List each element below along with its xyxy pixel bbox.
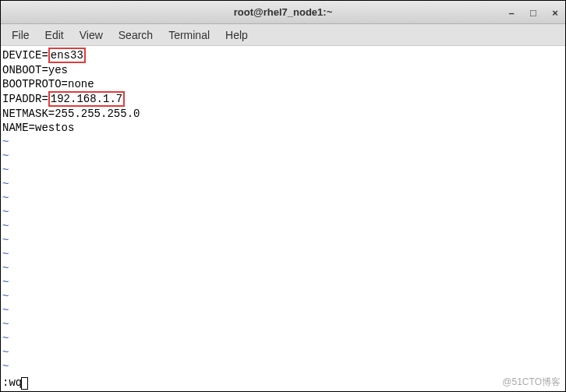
vim-tilde: ~ <box>2 275 565 289</box>
menubar: File Edit View Search Terminal Help <box>1 24 565 46</box>
titlebar: root@rhel7_node1:~ – □ × <box>1 1 565 24</box>
highlight-ipaddr-value: 192.168.1.7 <box>48 91 125 107</box>
config-line-device: DEVICE=ens33 <box>2 48 565 63</box>
maximize-button[interactable]: □ <box>528 7 539 18</box>
vim-tilde: ~ <box>2 289 565 303</box>
text: IPADDR= <box>2 93 48 105</box>
config-line-onboot: ONBOOT=yes <box>2 63 565 77</box>
vim-tilde: ~ <box>2 219 565 233</box>
vim-tilde: ~ <box>2 177 565 191</box>
menu-file[interactable]: File <box>5 26 36 44</box>
menu-help[interactable]: Help <box>219 26 254 44</box>
vim-command-line[interactable]: :wq <box>2 376 28 390</box>
menu-edit[interactable]: Edit <box>39 26 70 44</box>
window-title: root@rhel7_node1:~ <box>234 6 332 18</box>
highlight-device-value: ens33 <box>48 48 86 63</box>
terminal-body[interactable]: DEVICE=ens33 ONBOOT=yes BOOTPROTO=none I… <box>1 46 565 391</box>
text: DEVICE= <box>2 49 48 62</box>
vim-tilde: ~ <box>2 359 565 373</box>
vim-tilde: ~ <box>2 191 565 205</box>
config-line-netmask: NETMASK=255.255.255.0 <box>2 107 565 121</box>
vim-command-text: :wq <box>2 376 22 389</box>
vim-tilde: ~ <box>2 135 565 149</box>
vim-tilde: ~ <box>2 317 565 331</box>
vim-tilde: ~ <box>2 149 565 163</box>
config-line-name: NAME=westos <box>2 121 565 135</box>
config-line-bootproto: BOOTPROTO=none <box>2 77 565 91</box>
cursor-icon <box>21 377 28 390</box>
menu-search[interactable]: Search <box>112 26 159 44</box>
close-button[interactable]: × <box>550 7 561 18</box>
watermark-text: @51CTO博客 <box>502 375 561 389</box>
vim-tilde: ~ <box>2 345 565 359</box>
vim-tilde: ~ <box>2 303 565 317</box>
menu-view[interactable]: View <box>73 26 109 44</box>
vim-tilde: ~ <box>2 233 565 247</box>
window-controls: – □ × <box>506 1 561 24</box>
vim-tilde: ~ <box>2 261 565 275</box>
vim-tilde: ~ <box>2 205 565 219</box>
vim-tilde: ~ <box>2 331 565 345</box>
vim-tilde: ~ <box>2 247 565 261</box>
minimize-button[interactable]: – <box>506 7 517 18</box>
config-line-ipaddr: IPADDR=192.168.1.7 <box>2 91 565 107</box>
vim-tilde: ~ <box>2 163 565 177</box>
menu-terminal[interactable]: Terminal <box>162 26 216 44</box>
